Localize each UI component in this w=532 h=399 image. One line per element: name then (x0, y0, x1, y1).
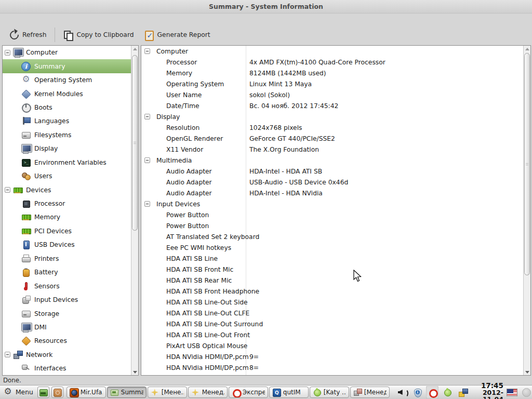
sidebar-item[interactable]: Battery (3, 265, 131, 279)
menu-button[interactable]: Menu (1, 387, 37, 398)
titlebar[interactable]: Summary - System Information (0, 0, 532, 14)
sidebar-item[interactable]: Memory (3, 210, 131, 224)
environment-variables-icon (21, 158, 31, 167)
sidebar-item[interactable]: Filesystems (3, 128, 131, 142)
summary-row[interactable]: Input Devices (141, 198, 523, 209)
toolbar-button[interactable]: Refresh (4, 28, 51, 42)
tray-slot[interactable] (411, 386, 423, 398)
summary-row[interactable]: Audio Adapter USB-Audio - USB Device 0x4… (141, 177, 523, 188)
summary-row[interactable]: Operating System Linux Mint 13 Maya (141, 78, 523, 89)
sensors-icon (21, 282, 31, 291)
summary-row[interactable]: Computer (141, 46, 523, 57)
quick-launch-button[interactable] (37, 387, 49, 398)
languages-icon (21, 116, 31, 126)
menu-gear-icon (3, 388, 12, 397)
pci-devices-icon (21, 227, 31, 236)
expander-icon[interactable] (5, 187, 10, 193)
sidebar-item[interactable]: DMI (3, 321, 131, 334)
summary-row[interactable]: OpenGL Renderer GeForce GT 440/PCIe/SSE2 (141, 133, 523, 144)
keyboard-layout-flag-icon[interactable] (507, 389, 517, 396)
icq-icon (313, 388, 321, 396)
battery-icon (21, 268, 31, 277)
tray-slot[interactable] (396, 386, 408, 398)
sidebar-item[interactable]: Sensors (3, 279, 131, 292)
sidebar-item[interactable]: Computer (3, 46, 131, 59)
sidebar-item[interactable]: Processor (3, 197, 131, 210)
tray-slot[interactable] (426, 386, 438, 398)
summary-row[interactable]: Processor 4x AMD FX(tm)-4100 Quad-Core P… (141, 57, 523, 68)
scroll-up-icon[interactable] (524, 46, 531, 52)
taskbar-window-button[interactable]: [Менед... (350, 387, 390, 398)
summary-row[interactable]: HDA ATI SB Front Mic (141, 264, 523, 275)
expander-icon[interactable] (144, 157, 150, 163)
summary-row[interactable]: X11 Vendor The X.Org Foundation (141, 144, 523, 155)
summary-row[interactable]: HDA ATI SB Front Headphone (141, 286, 523, 297)
taskbar-window-button[interactable]: Mir.Ufa... (66, 387, 106, 398)
sidebar-item[interactable]: Resources (3, 334, 131, 348)
taskbar-window-button[interactable]: qutIM (269, 387, 309, 398)
sidebar-item[interactable]: Input Devices (3, 293, 131, 307)
summary-row[interactable]: HDA NVidia HDMI/DP,pcm 8= (141, 362, 523, 373)
toolbar-button[interactable]: Generate Report (139, 28, 216, 42)
sidebar-item[interactable]: Languages (3, 114, 131, 128)
sidebar-item[interactable]: Interfaces (3, 362, 131, 375)
expander-icon[interactable] (5, 50, 10, 56)
summary-row[interactable]: Power Button (141, 220, 523, 231)
expander-icon[interactable] (144, 48, 150, 54)
sidebar-item[interactable]: Environment Variables (3, 156, 131, 169)
scrollbar-thumb[interactable] (524, 53, 530, 275)
tray-slot[interactable] (456, 386, 469, 398)
sidebar-item[interactable]: Network (3, 348, 131, 362)
sidebar-item[interactable]: Boots (3, 101, 131, 114)
sidebar-item[interactable]: Storage (3, 307, 131, 320)
summary-row[interactable]: HDA ATI SB Rear Mic (141, 275, 523, 286)
scroll-down-icon[interactable] (524, 369, 531, 375)
summary-row[interactable]: Memory 8124MB (1442MB used) (141, 68, 523, 78)
expander-icon[interactable] (144, 114, 150, 119)
summary-row[interactable]: HDA ATI SB Line-Out CLFE (141, 308, 523, 318)
sidebar-item[interactable]: Operating System (3, 73, 131, 87)
summary-row[interactable]: HDA ATI SB Line-Out Side (141, 297, 523, 308)
summary-row[interactable]: Date/Time Вс. 04 нояб. 2012 17:45:42 (141, 100, 523, 111)
sidebar-item[interactable]: Summary (3, 59, 131, 73)
summary-row[interactable]: HDA ATI SB Line-Out Front (141, 329, 523, 340)
sidebar-scrollbar[interactable] (131, 46, 138, 375)
summary-row[interactable]: HDA ATI SB Line (141, 253, 523, 264)
summary-row[interactable]: User Name sokol (Sokol) (141, 89, 523, 100)
sidebar-item[interactable]: Devices (3, 183, 131, 196)
taskbar-window-button[interactable]: [Katy ... (310, 387, 349, 398)
summary-row[interactable]: Resolution 532x399 pixels (141, 122, 523, 133)
expander-icon[interactable] (144, 201, 150, 207)
main-scrollbar[interactable] (523, 46, 530, 375)
summary-row[interactable]: Multimedia (141, 155, 523, 166)
summary-row[interactable]: HDA ATI SB Line-Out Surround (141, 318, 523, 329)
summary-row[interactable]: Display (141, 111, 523, 122)
scrollbar-thumb[interactable] (132, 55, 138, 231)
sidebar-item[interactable]: Kernel Modules (3, 87, 131, 100)
tray-slot[interactable] (441, 386, 454, 398)
scroll-down-icon[interactable] (131, 369, 139, 375)
taskbar-window-button[interactable]: [Мене... (148, 387, 187, 398)
sidebar-item[interactable]: Printers (3, 252, 131, 265)
sidebar-item[interactable]: PCI Devices (3, 224, 131, 238)
toolbar-button[interactable]: Copy to Clipboard (55, 28, 139, 42)
taskbar-window-button[interactable]: Summa... (107, 387, 147, 398)
sidebar-item[interactable]: USB Devices (3, 238, 131, 251)
summary-row[interactable]: Audio Adapter HDA-Intel - HDA NVidia (141, 188, 523, 198)
summary-row[interactable]: HDA NVidia HDMI/DP,pcm 9= (141, 351, 523, 362)
quick-launch-button[interactable] (51, 387, 63, 398)
taskbar-window-button[interactable]: Менед... (188, 387, 228, 398)
clock[interactable]: 17:45 2012-11-04 (472, 382, 503, 399)
expander-icon[interactable] (5, 352, 10, 357)
taskbar-window-button[interactable]: Экспре... (229, 387, 268, 398)
summary-row[interactable]: PixArt USB Optical Mouse (141, 340, 523, 351)
summary-tree: Computer Processor 4x AMD FX(tm)-4100 Qu… (141, 46, 523, 375)
summary-row[interactable]: AT Translated Set 2 keyboard (141, 231, 523, 242)
summary-row[interactable]: Audio Adapter HDA-Intel - HDA ATI SB (141, 166, 523, 177)
sidebar-item[interactable]: Display (3, 142, 131, 155)
sidebar-item[interactable]: Users (3, 169, 131, 183)
summary-row[interactable]: Power Button (141, 209, 523, 220)
summary-row[interactable]: Eee PC WMI hotkeys (141, 242, 523, 253)
scroll-up-icon[interactable] (131, 46, 139, 52)
users-icon (21, 171, 31, 181)
